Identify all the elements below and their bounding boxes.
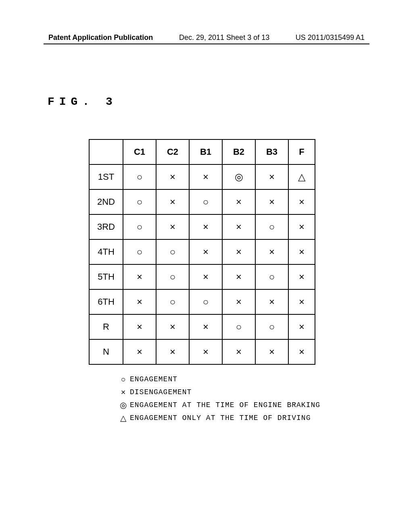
cell: × bbox=[255, 239, 288, 264]
cell: ○ bbox=[156, 239, 189, 264]
cell: × bbox=[156, 214, 189, 239]
header-c1: C1 bbox=[123, 139, 156, 164]
row-label: N bbox=[89, 339, 123, 364]
cell: ○ bbox=[189, 189, 222, 214]
cell: ○ bbox=[222, 314, 255, 339]
table-row: 4TH ○ ○ × × × × bbox=[89, 239, 315, 264]
cell: × bbox=[288, 189, 315, 214]
cell: × bbox=[123, 339, 156, 364]
table-row: R × × × ○ ○ × bbox=[89, 314, 315, 339]
header-rule bbox=[44, 44, 369, 44]
table-row: 6TH × ○ ○ × × × bbox=[89, 289, 315, 314]
legend-text: ENGAGEMENT AT THE TIME OF ENGINE BRAKING bbox=[130, 400, 320, 411]
legend-text: DISENGAGEMENT bbox=[130, 387, 192, 398]
header-b2: B2 bbox=[222, 139, 255, 164]
cell: × bbox=[288, 214, 315, 239]
cell: × bbox=[123, 314, 156, 339]
legend-text: ENGAGEMENT bbox=[130, 374, 177, 385]
legend-item: ◎ ENGAGEMENT AT THE TIME OF ENGINE BRAKI… bbox=[117, 399, 320, 411]
cell: ○ bbox=[123, 214, 156, 239]
table-row: 1ST ○ × × ◎ × △ bbox=[89, 164, 315, 189]
cell: △ bbox=[288, 164, 315, 189]
cell: × bbox=[255, 289, 288, 314]
table-row: 5TH × ○ × × ○ × bbox=[89, 264, 315, 289]
cell: × bbox=[222, 339, 255, 364]
row-label: 5TH bbox=[89, 264, 123, 289]
page-header: Patent Application Publication Dec. 29, … bbox=[0, 33, 413, 42]
row-label: 4TH bbox=[89, 239, 123, 264]
cell: × bbox=[288, 264, 315, 289]
cell: ○ bbox=[123, 239, 156, 264]
double-circle-icon: ◎ bbox=[117, 399, 130, 411]
circle-icon: ○ bbox=[117, 373, 130, 385]
legend-item: ○ ENGAGEMENT bbox=[117, 373, 320, 385]
header-right: US 2011/0315499 A1 bbox=[296, 33, 365, 42]
cell: × bbox=[189, 339, 222, 364]
header-blank bbox=[89, 139, 123, 164]
triangle-icon: △ bbox=[117, 412, 130, 424]
cell: × bbox=[156, 164, 189, 189]
cell: × bbox=[222, 289, 255, 314]
cell: × bbox=[156, 189, 189, 214]
legend-item: △ ENGAGEMENT ONLY AT THE TIME OF DRIVING bbox=[117, 412, 320, 424]
cell: ○ bbox=[189, 289, 222, 314]
cross-icon: × bbox=[117, 386, 130, 398]
cell: × bbox=[288, 239, 315, 264]
cell: × bbox=[255, 164, 288, 189]
cell: ○ bbox=[255, 314, 288, 339]
table-row: 3RD ○ × × × ○ × bbox=[89, 214, 315, 239]
cell: × bbox=[156, 339, 189, 364]
cell: × bbox=[189, 239, 222, 264]
cell: × bbox=[189, 314, 222, 339]
row-label: R bbox=[89, 314, 123, 339]
cell: ○ bbox=[156, 289, 189, 314]
cell: × bbox=[189, 164, 222, 189]
header-b1: B1 bbox=[189, 139, 222, 164]
header-b3: B3 bbox=[255, 139, 288, 164]
cell: ○ bbox=[255, 264, 288, 289]
row-label: 3RD bbox=[89, 214, 123, 239]
legend-item: × DISENGAGEMENT bbox=[117, 386, 320, 398]
legend: ○ ENGAGEMENT × DISENGAGEMENT ◎ ENGAGEMEN… bbox=[117, 373, 320, 425]
figure-label: FIG. 3 bbox=[48, 96, 117, 108]
cell: ○ bbox=[123, 189, 156, 214]
cell: × bbox=[222, 264, 255, 289]
row-label: 6TH bbox=[89, 289, 123, 314]
cell: × bbox=[156, 314, 189, 339]
table-row: N × × × × × × bbox=[89, 339, 315, 364]
row-label: 2ND bbox=[89, 189, 123, 214]
table-row: 2ND ○ × ○ × × × bbox=[89, 189, 315, 214]
cell: ○ bbox=[156, 264, 189, 289]
cell: × bbox=[255, 189, 288, 214]
cell: × bbox=[288, 314, 315, 339]
cell: × bbox=[288, 339, 315, 364]
cell: × bbox=[189, 214, 222, 239]
cell: × bbox=[288, 289, 315, 314]
cell: × bbox=[123, 289, 156, 314]
cell: × bbox=[255, 339, 288, 364]
header-c2: C2 bbox=[156, 139, 189, 164]
cell: × bbox=[222, 214, 255, 239]
legend-text: ENGAGEMENT ONLY AT THE TIME OF DRIVING bbox=[130, 413, 311, 424]
engagement-table: C1 C2 B1 B2 B3 F 1ST ○ × × ◎ × △ 2ND ○ × bbox=[89, 139, 315, 365]
header-center: Dec. 29, 2011 Sheet 3 of 13 bbox=[179, 33, 269, 42]
header-f: F bbox=[288, 139, 315, 164]
cell: ○ bbox=[123, 164, 156, 189]
cell: × bbox=[222, 239, 255, 264]
row-label: 1ST bbox=[89, 164, 123, 189]
cell: × bbox=[222, 189, 255, 214]
table-header-row: C1 C2 B1 B2 B3 F bbox=[89, 139, 315, 164]
cell: × bbox=[189, 264, 222, 289]
header-left: Patent Application Publication bbox=[48, 33, 153, 42]
cell: × bbox=[123, 264, 156, 289]
cell: ○ bbox=[255, 214, 288, 239]
cell: ◎ bbox=[222, 164, 255, 189]
